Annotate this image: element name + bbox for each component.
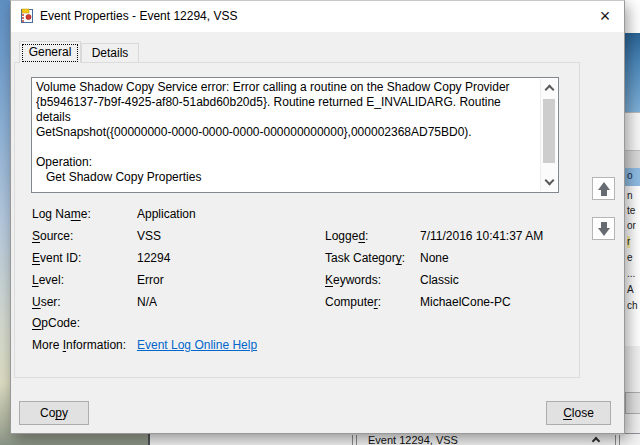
bg-text-fragment: ... xyxy=(627,268,635,280)
window-title: Event Properties - Event 12294, VSS xyxy=(40,9,237,23)
computer-label: Computer: xyxy=(325,295,381,309)
tab-general-label: General xyxy=(29,45,72,59)
bg-band xyxy=(625,33,640,62)
bg-text-fragment: e xyxy=(627,252,633,264)
field-row-level-keywords: Level: Error Keywords: Classic xyxy=(15,273,579,288)
bg-band xyxy=(625,392,640,414)
scrollbar-thumb[interactable] xyxy=(543,99,555,163)
event-log-icon xyxy=(19,8,35,24)
field-row-eventid-taskcategory: Event ID: 12294 Task Category: None xyxy=(15,251,579,266)
user-label: User: xyxy=(32,295,61,309)
level-value: Error xyxy=(137,273,164,287)
keywords-label: Keywords: xyxy=(325,273,381,287)
close-window-button[interactable]: × xyxy=(593,5,617,27)
event-description-box[interactable]: Volume Shadow Copy Service error: Error … xyxy=(31,77,559,193)
chevron-up-icon[interactable] xyxy=(545,85,555,95)
tab-details[interactable]: Details xyxy=(81,43,139,63)
titlebar[interactable]: Event Properties - Event 12294, VSS × xyxy=(11,1,624,32)
chevron-down-icon[interactable] xyxy=(545,176,555,186)
more-information-label: More Information: xyxy=(32,338,126,352)
bg-text-fragment: or xyxy=(627,220,636,232)
divider xyxy=(615,435,616,445)
previous-event-button[interactable] xyxy=(592,177,615,200)
bg-text-fragment: n xyxy=(627,190,633,202)
computer-value: MichaelCone-PC xyxy=(420,295,511,309)
general-tab-panel: Volume Shadow Copy Service error: Error … xyxy=(14,62,580,378)
divider xyxy=(356,435,357,445)
up-arrow-icon xyxy=(598,182,610,196)
tab-details-label: Details xyxy=(92,46,129,60)
source-label: Source: xyxy=(32,229,73,243)
field-row-log-name: Log Name: Application xyxy=(15,207,579,222)
event-id-label: Event ID: xyxy=(32,251,81,265)
user-value: N/A xyxy=(137,295,157,309)
bg-band xyxy=(625,62,640,112)
log-name-label: Log Name: xyxy=(32,207,91,221)
logged-label: Logged: xyxy=(325,229,368,243)
next-event-button[interactable] xyxy=(592,217,615,240)
divider xyxy=(619,435,620,445)
bg-text-fragment: o xyxy=(627,170,633,182)
description-scrollbar[interactable] xyxy=(540,79,557,191)
bg-band xyxy=(625,150,640,168)
event-id-value: 12294 xyxy=(137,251,170,265)
task-category-label: Task Category: xyxy=(325,251,405,265)
keywords-value: Classic xyxy=(420,273,459,287)
field-row-opcode: OpCode: xyxy=(15,316,579,331)
bg-band xyxy=(625,112,640,150)
background-preview-pane-strip: Event 12294, VSS xyxy=(148,433,640,445)
divider xyxy=(352,435,353,445)
bg-text-fragment: te xyxy=(627,205,635,217)
opcode-label: OpCode: xyxy=(32,316,80,330)
event-log-online-help-link[interactable]: Event Log Online Help xyxy=(137,338,257,352)
event-properties-dialog: Event Properties - Event 12294, VSS × Ge… xyxy=(10,0,625,434)
bg-band xyxy=(625,0,640,33)
down-arrow-icon xyxy=(598,222,610,236)
tab-general[interactable]: General xyxy=(19,41,81,63)
field-row-source-logged: Source: VSS Logged: 7/11/2016 10:41:37 A… xyxy=(15,229,579,244)
level-label: Level: xyxy=(32,273,64,287)
background-window-right-sliver: o n te or r e ... A ch xyxy=(625,0,640,445)
bg-text-fragment: ch xyxy=(627,300,638,312)
bg-text-fragment: A xyxy=(627,284,634,296)
source-value: VSS xyxy=(137,229,161,243)
bg-text-fragment: r xyxy=(627,236,630,248)
logged-value: 7/11/2016 10:41:37 AM xyxy=(420,229,543,243)
preview-pane-title: Event 12294, VSS xyxy=(368,434,458,445)
log-name-value: Application xyxy=(137,207,196,221)
copy-button[interactable]: Copy xyxy=(19,401,89,425)
field-row-user-computer: User: N/A Computer: MichaelCone-PC xyxy=(15,295,579,310)
field-row-more-information: More Information: Event Log Online Help xyxy=(15,338,579,353)
event-description-text: Volume Shadow Copy Service error: Error … xyxy=(36,80,537,190)
chevron-up-icon xyxy=(592,437,600,445)
close-button[interactable]: Close xyxy=(546,401,611,425)
task-category-value: None xyxy=(420,251,449,265)
